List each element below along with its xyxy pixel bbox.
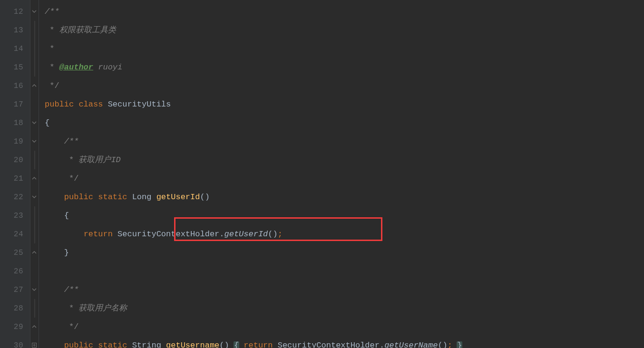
fold-toggle-icon[interactable] (32, 9, 38, 15)
fold-toggle-icon[interactable] (32, 83, 38, 89)
fold-row[interactable] (30, 2, 39, 21)
gutter-line[interactable]: 16 (0, 77, 30, 95)
code-token: /** (45, 137, 78, 145)
code-token: * (45, 63, 59, 71)
code-token: getUserName (384, 341, 438, 348)
fold-toggle-icon[interactable] (32, 324, 38, 330)
fold-toggle-icon[interactable] (32, 120, 38, 126)
code-token: * (45, 26, 59, 34)
code-line[interactable]: { (39, 206, 644, 225)
gutter-line[interactable]: 21 (0, 169, 30, 188)
line-number: 12 (14, 8, 23, 16)
fold-row[interactable] (30, 188, 39, 206)
code-line[interactable]: * 获取用户ID (39, 151, 644, 169)
code-token: getUserId (224, 230, 268, 238)
code-line[interactable]: */ (39, 169, 644, 188)
fold-row[interactable] (30, 225, 39, 243)
code-line[interactable]: /** (39, 132, 644, 151)
gutter-line[interactable]: 23 (0, 206, 30, 225)
gutter-line[interactable]: 12 (0, 2, 30, 21)
code-line[interactable]: * (39, 39, 644, 58)
gutter-line[interactable]: 24 (0, 225, 30, 243)
code-token (45, 193, 64, 201)
code-token: 权限获取工具类 (59, 26, 116, 34)
fold-row[interactable] (30, 262, 39, 280)
code-line[interactable]: /** (39, 280, 644, 299)
fold-toggle-icon[interactable] (32, 176, 38, 182)
line-number-gutter[interactable]: 12131415161718192021222324252627282930 (0, 0, 30, 348)
gutter-line[interactable]: 29 (0, 318, 30, 336)
code-line[interactable]: * 权限获取工具类 (39, 21, 644, 39)
gutter-line[interactable]: 26 (0, 262, 30, 280)
line-number: 26 (14, 268, 23, 275)
line-number: 21 (14, 175, 23, 183)
fold-gutter[interactable] (30, 0, 39, 348)
code-line[interactable]: * 获取用户名称 (39, 299, 644, 318)
code-token: String (132, 341, 166, 348)
gutter-line[interactable]: 20 (0, 151, 30, 169)
code-token: return (244, 341, 277, 348)
fold-row[interactable] (30, 114, 39, 132)
fold-toggle-icon[interactable] (32, 287, 38, 293)
fold-row[interactable] (30, 336, 39, 348)
gutter-line[interactable]: 15 (0, 58, 30, 77)
gutter-line[interactable]: 22 (0, 188, 30, 206)
code-area[interactable]: /** * 权限获取工具类 * * @author ruoyi */public… (39, 0, 644, 348)
code-token: public static (64, 341, 132, 348)
line-number: 23 (14, 212, 23, 220)
fold-toggle-icon[interactable] (32, 139, 38, 145)
fold-row[interactable] (30, 206, 39, 225)
gutter-line[interactable]: 19 (0, 132, 30, 151)
fold-row[interactable] (30, 299, 39, 318)
fold-row[interactable] (30, 132, 39, 151)
line-number: 20 (14, 156, 23, 164)
code-line[interactable]: public static String getUsername() { ret… (39, 336, 644, 348)
fold-row[interactable] (30, 77, 39, 95)
gutter-line[interactable]: 14 (0, 39, 30, 58)
gutter-line[interactable]: 18 (0, 114, 30, 132)
code-token: */ (45, 323, 78, 331)
code-token: getUserId (156, 193, 200, 201)
fold-toggle-icon[interactable] (32, 194, 38, 200)
fold-row[interactable] (30, 318, 39, 336)
line-number: 27 (14, 286, 23, 294)
code-line[interactable]: */ (39, 77, 644, 95)
fold-line-icon (32, 225, 37, 243)
gutter-line[interactable]: 27 (0, 280, 30, 299)
code-line[interactable]: return SecurityContextHolder.getUserId()… (39, 225, 644, 243)
gutter-line[interactable]: 30 (0, 336, 30, 348)
code-line[interactable]: * @author ruoyi (39, 58, 644, 77)
fold-row[interactable] (30, 169, 39, 188)
code-editor[interactable]: 12131415161718192021222324252627282930 /… (0, 0, 644, 348)
code-token: { (45, 119, 49, 127)
fold-row[interactable] (30, 280, 39, 299)
code-line[interactable]: */ (39, 318, 644, 336)
fold-toggle-icon[interactable] (32, 250, 38, 256)
code-line[interactable]: } (39, 243, 644, 262)
line-number: 15 (14, 64, 23, 71)
gutter-line[interactable]: 13 (0, 21, 30, 39)
fold-expand-icon[interactable] (32, 343, 38, 348)
gutter-line[interactable]: 28 (0, 299, 30, 318)
line-number: 19 (14, 138, 23, 145)
code-line[interactable] (39, 262, 644, 280)
code-line[interactable]: public static Long getUserId() (39, 188, 644, 206)
code-line[interactable]: /** (39, 2, 644, 21)
fold-line-icon (32, 39, 37, 58)
code-token (45, 341, 64, 348)
fold-row[interactable] (30, 21, 39, 39)
code-token: * (45, 45, 54, 53)
fold-row[interactable] (30, 243, 39, 262)
fold-row[interactable] (30, 39, 39, 58)
code-token: ; (448, 341, 452, 348)
fold-row[interactable] (30, 95, 39, 114)
fold-line-icon (32, 299, 37, 318)
code-line[interactable]: { (39, 114, 644, 132)
fold-row[interactable] (30, 58, 39, 77)
fold-row[interactable] (30, 151, 39, 169)
gutter-line[interactable]: 17 (0, 95, 30, 114)
code-token: } (45, 249, 69, 257)
gutter-line[interactable]: 25 (0, 243, 30, 262)
line-number: 14 (14, 45, 23, 53)
code-line[interactable]: public class SecurityUtils (39, 95, 644, 114)
